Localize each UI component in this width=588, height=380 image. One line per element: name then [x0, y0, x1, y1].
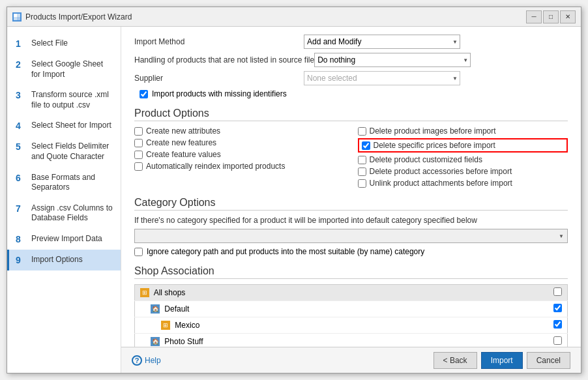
title-bar: Products Import/Export Wizard ─ □ ✕: [7, 7, 581, 27]
product-option-left-checkbox-2[interactable]: [134, 151, 143, 159]
sidebar: 1 Select File 2 Select Google Sheet for …: [7, 27, 121, 373]
sidebar-label-6: Base Formats and Separators: [31, 173, 114, 193]
shop-checkbox-2[interactable]: [553, 320, 562, 329]
minimize-button[interactable]: ─: [526, 10, 542, 23]
sidebar-item-8[interactable]: 8 Preview Import Data: [7, 229, 121, 250]
import-method-select[interactable]: Add and Modify: [304, 35, 460, 49]
sidebar-label-8: Preview Import Data: [31, 234, 102, 244]
sidebar-label-2: Select Google Sheet for Import: [31, 59, 114, 80]
app-icon: [12, 12, 22, 22]
import-missing-checkbox[interactable]: [140, 90, 148, 98]
import-method-label: Import Method: [134, 37, 304, 46]
product-option-right-label-4: Unlink product attachments before import: [370, 179, 512, 188]
svg-rect-0: [14, 14, 17, 17]
sidebar-number-4: 4: [16, 121, 26, 131]
product-option-right-4: Unlink product attachments before import: [358, 179, 568, 188]
sidebar-number-7: 7: [16, 203, 26, 214]
sidebar-label-9: Import Options: [31, 255, 83, 265]
product-options-grid: Create new attributes Create new feature…: [134, 126, 568, 188]
handling-row: Handling of products that are not listed…: [134, 53, 568, 67]
product-option-left-3: Automatically reindex imported products: [134, 162, 345, 171]
category-options-title: Category Options: [134, 197, 568, 211]
category-desc: If there's no category specified for a p…: [134, 216, 568, 225]
product-option-left-0: Create new attributes: [134, 126, 345, 136]
product-option-right-checkbox-1[interactable]: [362, 141, 370, 150]
close-button[interactable]: ✕: [560, 10, 576, 23]
product-options-right: Delete product images before import Dele…: [358, 126, 568, 188]
sidebar-number-9: 9: [16, 255, 26, 265]
ignore-category-checkbox[interactable]: [134, 248, 143, 256]
shop-label-0: ⊞ All shops: [135, 285, 548, 301]
product-option-right-3: Delete product accessories before import: [358, 167, 568, 176]
sidebar-item-3[interactable]: 3 Transform source .xml file to output .…: [7, 85, 121, 115]
ignore-category-label: Ignore category path and put products in…: [147, 247, 424, 256]
supplier-row: Supplier None selected ▼: [134, 71, 568, 85]
footer-buttons: < Back Import Cancel: [434, 352, 570, 369]
product-option-right-label-2: Delete product customized fields: [370, 155, 482, 164]
product-option-right-1: Delete specific prices before import: [358, 138, 568, 153]
product-option-right-checkbox-4[interactable]: [358, 179, 366, 188]
sidebar-number-8: 8: [16, 234, 26, 244]
sidebar-label-7: Assign .csv Columns to Database Fields: [31, 203, 114, 224]
footer: ? Help < Back Import Cancel: [121, 347, 581, 373]
svg-rect-1: [17, 14, 20, 17]
title-bar-left: Products Import/Export Wizard: [12, 12, 132, 22]
sidebar-label-4: Select Sheet for Import: [31, 121, 111, 131]
product-option-right-checkbox-2[interactable]: [358, 156, 366, 164]
shop-checkbox-1[interactable]: [553, 304, 562, 312]
sidebar-item-1[interactable]: 1 Select File: [7, 33, 121, 54]
product-option-right-checkbox-0[interactable]: [358, 127, 366, 136]
sidebar-item-4[interactable]: 4 Select Sheet for Import: [7, 115, 121, 136]
product-option-left-checkbox-1[interactable]: [134, 139, 143, 147]
sidebar-item-6[interactable]: 6 Base Formats and Separators: [7, 168, 121, 198]
window-title: Products Import/Export Wizard: [25, 12, 132, 22]
sidebar-number-5: 5: [16, 141, 26, 152]
product-option-left-label-2: Create feature values: [146, 150, 221, 159]
import-method-row: Import Method Add and Modify ▼: [134, 35, 568, 49]
back-button[interactable]: < Back: [434, 352, 477, 369]
sidebar-label-5: Select Fields Delimiter and Quote Charac…: [31, 141, 114, 162]
shop-check-cell-2: [548, 317, 568, 334]
handling-select[interactable]: Do nothing: [314, 53, 471, 67]
cancel-button[interactable]: Cancel: [527, 352, 570, 369]
handling-select-wrapper: Do nothing ▼: [314, 53, 471, 67]
maximize-button[interactable]: □: [543, 10, 559, 23]
sidebar-number-1: 1: [16, 38, 26, 49]
shop-check-cell-1: [548, 301, 568, 317]
main-panel: Import Method Add and Modify ▼ Handling …: [121, 27, 581, 373]
shop-row-1: 🏠 Default: [135, 301, 568, 317]
help-link[interactable]: ? Help: [132, 355, 161, 366]
svg-rect-2: [14, 17, 17, 20]
shop-check-cell-3: [548, 334, 568, 347]
sidebar-item-9[interactable]: 9 Import Options: [7, 250, 121, 270]
product-option-right-label-3: Delete product accessories before import: [370, 167, 512, 176]
supplier-select[interactable]: None selected: [304, 71, 460, 85]
shop-checkbox-0[interactable]: [553, 287, 562, 296]
shop-name-0: All shops: [154, 288, 186, 297]
shop-association-table: ⊞ All shops 🏠 Default ⊞ Mexico 🏠 Photo S…: [134, 284, 568, 347]
grid-icon-2: ⊞: [161, 321, 170, 330]
shop-row-2: ⊞ Mexico: [135, 317, 568, 334]
product-option-right-label-0: Delete product images before import: [370, 126, 496, 136]
sidebar-item-2[interactable]: 2 Select Google Sheet for Import: [7, 54, 121, 85]
sidebar-item-5[interactable]: 5 Select Fields Delimiter and Quote Char…: [7, 136, 121, 167]
import-missing-label: Import products with missing identifiers: [152, 89, 287, 98]
import-button[interactable]: Import: [481, 352, 523, 369]
product-options-left: Create new attributes Create new feature…: [134, 126, 345, 188]
ignore-category-row: Ignore category path and put products in…: [134, 247, 568, 256]
main-content: Import Method Add and Modify ▼ Handling …: [121, 27, 581, 347]
product-option-left-2: Create feature values: [134, 150, 345, 159]
product-option-left-checkbox-3[interactable]: [134, 162, 143, 171]
product-option-right-checkbox-3[interactable]: [358, 168, 366, 176]
shop-label-3: 🏠 Photo Stuff: [135, 334, 548, 347]
supplier-label: Supplier: [134, 74, 304, 83]
import-method-select-wrapper: Add and Modify ▼: [304, 35, 460, 49]
sidebar-number-6: 6: [16, 173, 26, 183]
product-option-left-checkbox-0[interactable]: [134, 127, 143, 136]
shop-association-title: Shop Association: [134, 265, 568, 279]
product-option-right-label-1: Delete specific prices before import: [374, 141, 495, 150]
shop-checkbox-3[interactable]: [553, 336, 562, 345]
sidebar-item-7[interactable]: 7 Assign .csv Columns to Database Fields: [7, 198, 121, 229]
product-option-left-label-0: Create new attributes: [146, 126, 220, 136]
default-category-select[interactable]: [134, 229, 568, 243]
